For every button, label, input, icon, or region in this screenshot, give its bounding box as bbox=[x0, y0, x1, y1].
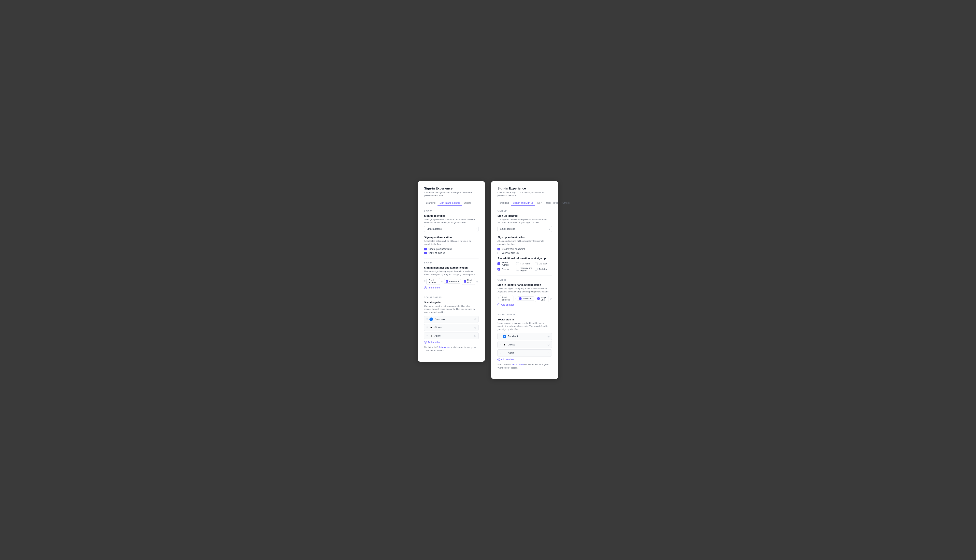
page-wrapper: Sign-in ExperienceCustomize the sign in … bbox=[418, 181, 558, 379]
tab-sign-in-and-sign-up[interactable]: Sign in and Sign up bbox=[511, 200, 536, 206]
social-drag-handle-1[interactable]: ⠿ bbox=[426, 326, 428, 329]
auth-checkbox-1[interactable] bbox=[497, 252, 500, 254]
social-signin-desc: Users may need to enter required identif… bbox=[424, 305, 479, 314]
tab-branding[interactable]: Branding bbox=[424, 200, 437, 206]
additional-label-4: Country and region bbox=[521, 267, 533, 272]
sign-up-identifier-desc: The sign-up identifier is required for a… bbox=[424, 218, 479, 224]
additional-checkbox-row-3: Gender bbox=[497, 267, 515, 272]
tab-mfa[interactable]: MFA bbox=[536, 200, 544, 206]
apple-icon:  bbox=[430, 334, 432, 338]
social-remove-button-facebook[interactable]: ⊖ bbox=[474, 318, 476, 321]
sign-in-block: Sign in identifier and authenticationUse… bbox=[497, 283, 552, 306]
auth-checkbox-0[interactable] bbox=[497, 248, 500, 250]
sign-in-section-label: SIGN IN bbox=[497, 279, 552, 281]
additional-checkbox-row-0: Phone number bbox=[497, 261, 515, 266]
add-another-signin-button[interactable]: +Add another bbox=[424, 286, 479, 289]
panel-subtitle: Customize the sign in UI to match your b… bbox=[497, 191, 552, 197]
method-label-2: Magic Link bbox=[467, 279, 473, 284]
sign-up-auth-desc: All selected actions will be obligatory … bbox=[424, 240, 479, 246]
social-item-apple: ⠿Apple⊖ bbox=[497, 349, 552, 357]
additional-checkbox-1[interactable] bbox=[516, 262, 519, 265]
method-label-0: Email address bbox=[502, 296, 511, 301]
tab-sign-in-and-sign-up[interactable]: Sign in and Sign up bbox=[437, 200, 462, 206]
plus-icon: + bbox=[424, 286, 427, 289]
method-chip-magic-link[interactable]: Magic Link bbox=[462, 278, 475, 285]
social-remove-button-apple[interactable]: ⊖ bbox=[547, 352, 550, 354]
add-another-social-button[interactable]: +Add another bbox=[424, 341, 479, 344]
additional-checkbox-0[interactable] bbox=[497, 262, 500, 265]
social-drag-handle-0[interactable]: ⠿ bbox=[426, 318, 428, 321]
add-another-signin-button[interactable]: +Add another bbox=[497, 303, 552, 306]
identifier-select[interactable]: Email addressUsernamePhone number bbox=[497, 226, 552, 232]
identifier-select-wrapper: Email addressUsernamePhone number▾ bbox=[424, 226, 479, 232]
social-drag-handle-0[interactable]: ⠿ bbox=[500, 335, 501, 338]
additional-checkbox-4[interactable] bbox=[516, 268, 519, 270]
sign-in-methods-row: ⠿Email address⇄PasswordMagic Link⊖ bbox=[497, 295, 552, 302]
sign-in-methods-row: ⠿Email address⇄PasswordMagic Link⊖ bbox=[424, 278, 479, 285]
method-cb-1[interactable] bbox=[446, 280, 448, 283]
method-cb-1[interactable] bbox=[519, 297, 522, 300]
sign-up-identifier-title: Sign up identifier bbox=[424, 214, 479, 217]
method-chip-password[interactable]: Password bbox=[444, 279, 461, 283]
method-chip-email-address[interactable]: Email address bbox=[427, 278, 440, 285]
social-icon-facebook: f bbox=[503, 335, 506, 338]
github-icon: ● bbox=[504, 343, 506, 347]
apple-icon:  bbox=[504, 352, 505, 355]
sign-in-desc: Users can sign in using any of the optio… bbox=[497, 287, 552, 293]
sign-in-title: Sign in identifier and authentication bbox=[424, 266, 479, 269]
social-signin-title: Social sign in bbox=[424, 301, 479, 304]
method-cb-2[interactable] bbox=[464, 280, 466, 283]
social-remove-button-facebook[interactable]: ⊖ bbox=[547, 335, 550, 338]
identifier-select[interactable]: Email addressUsernamePhone number bbox=[424, 226, 479, 232]
social-name-github: GitHub bbox=[508, 343, 546, 346]
methods-remove-button[interactable]: ⊖ bbox=[476, 280, 479, 283]
auth-checkbox-1[interactable] bbox=[424, 252, 427, 254]
set-up-more-link[interactable]: Set up more bbox=[512, 363, 524, 366]
plus-social-icon: + bbox=[424, 341, 427, 344]
method-label-1: Password bbox=[522, 297, 532, 300]
method-cb-2[interactable] bbox=[537, 297, 540, 300]
additional-info-title: Ask additional information to at sign up bbox=[497, 257, 552, 260]
panel-title: Sign-in Experience bbox=[424, 187, 479, 190]
additional-checkbox-3[interactable] bbox=[497, 268, 500, 270]
additional-label-3: Gender bbox=[502, 268, 509, 270]
method-label-0: Email address bbox=[429, 279, 438, 284]
additional-label-1: Full Name bbox=[521, 262, 531, 265]
methods-remove-button[interactable]: ⊖ bbox=[549, 297, 552, 300]
tab-user-profile[interactable]: User Profile bbox=[544, 200, 561, 206]
method-chip-magic-link[interactable]: Magic Link bbox=[535, 295, 549, 302]
social-icon-apple:  bbox=[503, 351, 506, 355]
auth-checkbox-row-1: Verify at sign up bbox=[424, 252, 479, 254]
additional-checkbox-2[interactable] bbox=[535, 262, 537, 265]
auth-checkbox-0[interactable] bbox=[424, 248, 427, 250]
tab-branding[interactable]: Branding bbox=[497, 200, 511, 206]
social-remove-button-github[interactable]: ⊖ bbox=[547, 343, 550, 346]
social-drag-handle-2[interactable]: ⠿ bbox=[426, 335, 428, 337]
add-another-social-label: Add another bbox=[428, 341, 440, 344]
tab-others[interactable]: Others bbox=[561, 200, 572, 206]
tab-others[interactable]: Others bbox=[462, 200, 473, 206]
method-chip-email-address[interactable]: Email address bbox=[500, 295, 514, 302]
method-chip-password[interactable]: Password bbox=[517, 297, 534, 301]
sign-up-section-label: SIGN UP bbox=[497, 210, 552, 212]
sign-up-auth-desc: All selected actions will be obligatory … bbox=[497, 240, 552, 246]
social-item-github: ⠿●GitHub⊖ bbox=[424, 324, 479, 331]
methods-drag-handle[interactable]: ⠿ bbox=[424, 280, 425, 283]
social-item-github: ⠿●GitHub⊖ bbox=[497, 341, 552, 348]
social-item-apple: ⠿Apple⊖ bbox=[424, 332, 479, 339]
set-up-more-link[interactable]: Set up more bbox=[439, 346, 450, 348]
add-another-social-button[interactable]: +Add another bbox=[497, 358, 552, 361]
additional-checkbox-5[interactable] bbox=[535, 268, 537, 270]
methods-drag-handle[interactable]: ⠿ bbox=[497, 297, 499, 300]
social-name-facebook: Facebook bbox=[435, 318, 472, 321]
social-drag-handle-2[interactable]: ⠿ bbox=[500, 352, 501, 354]
auth-label-1: Verify at sign up bbox=[502, 252, 519, 254]
panel-right: Sign-in ExperienceCustomize the sign in … bbox=[491, 181, 558, 379]
social-item-facebook: ⠿fFacebook⊖ bbox=[424, 316, 479, 323]
sign-in-section-label: SIGN IN bbox=[424, 262, 479, 264]
social-remove-button-apple[interactable]: ⊖ bbox=[474, 334, 476, 337]
social-drag-handle-1[interactable]: ⠿ bbox=[500, 343, 501, 346]
additional-label-2: Zip code bbox=[539, 262, 547, 265]
divider-2 bbox=[497, 310, 552, 310]
social-remove-button-github[interactable]: ⊖ bbox=[474, 326, 476, 329]
